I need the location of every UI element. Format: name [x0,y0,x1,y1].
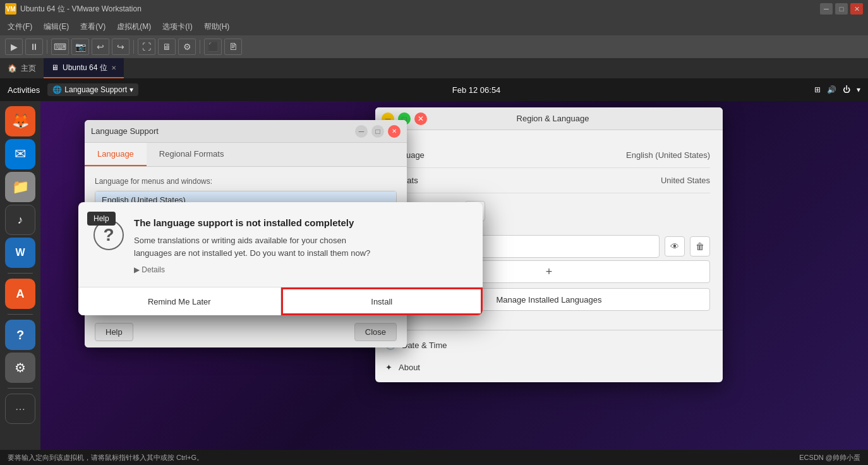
panel-clock[interactable]: Feb 12 06:54 [452,85,501,95]
toolbar-snap2-btn[interactable]: ↩ [92,39,109,55]
dialog-text: The language support is not installed co… [134,217,370,259]
vm-tab-label: Ubuntu 64 位 [63,63,107,73]
toolbar-sep-1 [47,40,47,54]
toolbar-view-btn[interactable]: 🖥 [158,39,176,55]
vmware-menubar: 文件(F) 编辑(E) 查看(V) 虚拟机(M) 选项卡(I) 帮助(H) [0,18,868,35]
activities-button[interactable]: Activities [8,85,40,95]
menu-file[interactable]: 文件(F) [3,20,37,33]
ubuntu-top-panel: Activities 🌐 Language Support ▾ Feb 12 0… [0,78,868,101]
dock-writer[interactable]: W [5,238,35,268]
dialog-body: Some translations or writing aids availa… [134,234,370,259]
dock-help[interactable]: ? [5,320,35,350]
panel-dropdown-icon[interactable]: ▾ [857,85,860,94]
titlebar-left: VM Ubuntu 64 位 - VMware Workstation [5,3,142,15]
lang-support-label: Language Support [64,85,127,94]
dock-firefox[interactable]: 🦊 [5,106,35,136]
toolbar-power-btn[interactable]: ▶ [5,39,23,55]
toolbar-snap-btn[interactable]: 📷 [71,39,89,55]
toolbar-extra-btn[interactable]: ⬛ [204,39,222,55]
toolbar-settings-btn[interactable]: ⚙ [178,39,196,55]
dialog-details[interactable]: ▶ Details [78,259,483,277]
vmware-logo: VM [5,3,16,15]
toolbar-extra2-btn[interactable]: 🖹 [224,39,242,55]
home-tab[interactable]: 🏠 主页 [0,58,44,78]
dock-apps[interactable]: ⋯ [5,394,35,424]
dock-appstore[interactable]: A [5,279,35,309]
install-btn[interactable]: Install [281,287,483,315]
toolbar-snap3-btn[interactable]: ↪ [112,39,130,55]
vm-tab-close[interactable]: ✕ [111,64,116,71]
dock-separator [8,273,33,274]
panel-left: Activities 🌐 Language Support ▾ [8,83,138,96]
toolbar-sep-2 [133,40,134,54]
ubuntu-tabbar: 🏠 主页 🖥 Ubuntu 64 位 ✕ [0,58,868,78]
dock-rhythmbox[interactable]: ♪ [5,205,35,235]
vmware-close-btn[interactable]: ✕ [850,3,863,15]
statusbar-left: 要将输入定向到该虚拟机，请将鼠标指针移入其中或按 Ctrl+G。 [8,453,203,462]
help-tooltip: Help [87,212,116,226]
toolbar-send-ctrl-btn[interactable]: ⌨ [51,39,69,55]
vmware-toolbar: ▶ ⏸ ⌨ 📷 ↩ ↪ ⛶ 🖥 ⚙ ⬛ 🖹 [0,35,868,58]
dock-settings[interactable]: ⚙ [5,353,35,383]
home-tab-label: 主页 [21,63,36,74]
lang-dropdown-icon: ▾ [130,85,133,94]
remind-later-btn[interactable]: Remind Me Later [78,287,281,315]
volume-icon[interactable]: 🔊 [827,85,836,94]
vmware-maximize-btn[interactable]: □ [835,3,848,15]
ubuntu-dock: 🦊 ✉ 📁 ♪ W A ? ⚙ ⋯ [0,101,40,465]
desktop-area: ─ □ ✕ Region & Language Language English… [40,101,868,465]
incomplete-language-dialog: ? The language support is not installed … [78,202,483,315]
dialog-title: The language support is not installed co… [134,217,370,228]
dock-files[interactable]: 📁 [5,172,35,202]
vmware-minimize-btn[interactable]: ─ [820,3,833,15]
vm-tab[interactable]: 🖥 Ubuntu 64 位 ✕ [44,58,124,78]
menu-tabs[interactable]: 选项卡(I) [157,20,197,33]
vmware-title: Ubuntu 64 位 - VMware Workstation [20,4,142,15]
dialog-buttons: Remind Me Later Install [78,287,483,315]
vm-icon: 🖥 [51,63,59,72]
globe-icon: 🌐 [52,85,62,94]
toolbar-fullscreen-btn[interactable]: ⛶ [138,39,155,55]
statusbar: 要将输入定向到该虚拟机，请将鼠标指针移入其中或按 Ctrl+G。 ECSDN @… [0,450,868,465]
lang-support-indicator[interactable]: 🌐 Language Support ▾ [47,83,138,96]
dock-separator-3 [8,388,33,389]
power-icon[interactable]: ⏻ [843,85,850,94]
toolbar-sep-3 [200,40,200,54]
menu-edit[interactable]: 编辑(E) [39,20,74,33]
statusbar-right: ECSDN @帅帅小蛋 [799,453,860,462]
dock-separator-2 [8,314,33,315]
vmware-titlebar: VM Ubuntu 64 位 - VMware Workstation ─ □ … [0,0,868,18]
menu-help[interactable]: 帮助(H) [199,20,235,33]
toolbar-pause-btn[interactable]: ⏸ [25,39,43,55]
panel-right: ⊞ 🔊 ⏻ ▾ [814,85,860,94]
network-icon[interactable]: ⊞ [814,85,821,94]
dialog-overlay: ? The language support is not installed … [40,101,868,465]
menu-view[interactable]: 查看(V) [75,20,111,33]
home-icon: 🏠 [8,64,17,73]
titlebar-right: ─ □ ✕ [820,3,863,15]
menu-vm[interactable]: 虚拟机(M) [112,20,156,33]
dialog-content: ? The language support is not installed … [78,202,483,259]
dock-thunderbird[interactable]: ✉ [5,139,35,169]
